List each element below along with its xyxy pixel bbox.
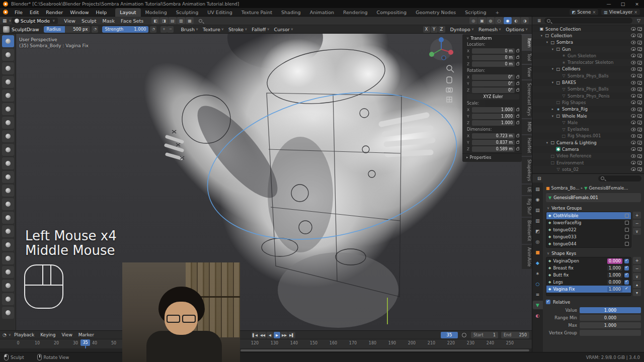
viewport-3d[interactable]: User Perspective (35) Sombra_Body : Vagi… xyxy=(16,34,532,330)
properties-tab-scene[interactable]: ◩ xyxy=(533,227,543,235)
number-field[interactable]: 1.000 xyxy=(472,107,515,113)
timeline-scrollbar[interactable] xyxy=(0,348,532,352)
sculpt-tool-fill[interactable] xyxy=(2,185,14,197)
outliner-row[interactable]: □ Rig Shapes xyxy=(532,99,644,106)
disable-in-render-icon[interactable] xyxy=(637,87,642,91)
breadcrumb-object[interactable]: Sombra_Bo... xyxy=(551,186,580,191)
disable-in-render-icon[interactable] xyxy=(637,147,642,151)
workspace-tab-layout[interactable]: Layout xyxy=(115,8,140,17)
shapekey-row[interactable]: ◆ VaginaOpen 0.000 xyxy=(546,257,631,264)
mask-toggle-icon[interactable]: ▥ xyxy=(177,17,185,24)
hide-in-viewport-icon[interactable] xyxy=(631,161,636,164)
brush-preview-icon[interactable] xyxy=(3,26,10,33)
play-reverse-button[interactable]: ◀ xyxy=(267,332,273,338)
sculpt-tool-grab[interactable] xyxy=(2,239,14,251)
pin-icon[interactable] xyxy=(625,242,629,246)
next-keyframe-button[interactable]: ▶▶ xyxy=(281,332,288,338)
workspace-tab-shading[interactable]: Shading xyxy=(277,8,305,17)
properties-tab-constraints[interactable]: ≡ xyxy=(533,290,543,299)
popover-button[interactable]: Cursor∨ xyxy=(274,27,293,32)
sculpt-tool-inflate[interactable] xyxy=(2,117,14,129)
vertex-group-row[interactable]: ◆ lowerFaceRig xyxy=(546,219,631,226)
lock-icon[interactable] xyxy=(516,50,519,52)
sculpt-tool-snake-hook[interactable] xyxy=(2,266,14,278)
properties-tab-particles[interactable]: ∗ xyxy=(533,269,543,278)
outliner-row[interactable]: ▾ □ Gun xyxy=(532,46,644,52)
shading-wireframe-icon[interactable]: ○ xyxy=(495,17,503,24)
sculpt-tool-thumb[interactable] xyxy=(2,280,14,292)
lock-icon[interactable] xyxy=(516,122,519,124)
workspace-tab-uv-editing[interactable]: UV Editing xyxy=(203,8,237,17)
hide-in-viewport-icon[interactable] xyxy=(631,27,636,31)
radius-slider[interactable]: Radius 500 px xyxy=(44,26,90,33)
brush-name[interactable]: SculptDraw xyxy=(12,27,39,32)
shapekey-value-slider[interactable]: 1.000 xyxy=(580,307,641,313)
disable-in-render-icon[interactable] xyxy=(637,34,642,37)
disable-in-render-icon[interactable] xyxy=(637,54,642,57)
popover-button[interactable]: Texture∨ xyxy=(203,27,224,32)
sculpt-tool-layer[interactable] xyxy=(2,103,14,115)
minimize-button[interactable]: — xyxy=(602,0,616,8)
playhead[interactable]: 35 xyxy=(80,339,90,346)
hide-in-viewport-icon[interactable] xyxy=(631,134,636,138)
outliner-row[interactable]: □ Rig Shapes.001 xyxy=(532,133,644,139)
timeline-menu-item[interactable]: Playback xyxy=(11,332,37,337)
outliner-row[interactable]: ▽ sota_02 xyxy=(532,166,644,172)
hide-in-viewport-icon[interactable] xyxy=(631,67,636,71)
expander-icon[interactable]: ▾ xyxy=(551,114,554,118)
shapekey-mute-checkbox[interactable] xyxy=(624,280,629,285)
vertex-group-specials-button[interactable]: ∨ xyxy=(633,228,641,235)
popover-button[interactable]: Remesh∨ xyxy=(478,27,501,32)
move-shapekey-up-button[interactable]: ▴ xyxy=(633,281,641,288)
play-button[interactable]: ▶ xyxy=(274,332,280,338)
current-frame-field[interactable]: 35 xyxy=(441,332,458,338)
lock-icon[interactable] xyxy=(516,76,519,78)
shapekey-specials-button[interactable]: ∨ xyxy=(633,273,641,280)
expander-icon[interactable]: ▾ xyxy=(540,34,543,38)
vertex-group-row[interactable]: ◆ tongue033 xyxy=(546,233,631,240)
timeline-menu-item[interactable]: View xyxy=(58,332,75,337)
sculpt-tool-multiplane-scrape[interactable] xyxy=(2,212,14,224)
number-field[interactable]: 0 m xyxy=(472,48,515,54)
viewport-canvas[interactable] xyxy=(16,34,532,330)
pin-icon[interactable] xyxy=(625,235,629,239)
mode-dropdown[interactable]: Sculpt Mode ∨ xyxy=(12,18,58,24)
strength-pressure-icon[interactable]: ◔ xyxy=(150,26,156,33)
hide-in-viewport-icon[interactable] xyxy=(631,41,636,44)
shapekey-value-field[interactable]: 1.000 xyxy=(607,287,622,292)
properties-tab-render[interactable]: ◉ xyxy=(533,195,543,204)
npanel-tab-shapekeys[interactable]: Shapekeys xyxy=(522,157,532,184)
jump-to-end-button[interactable]: ▶▌ xyxy=(288,332,295,338)
menubar-item[interactable]: Edit xyxy=(26,8,42,17)
popover-button[interactable]: Stroke∨ xyxy=(228,27,247,32)
outliner-row[interactable]: ▸ ∗ Sombra_Rig xyxy=(532,106,644,113)
vertex-group-row[interactable]: ◆ tongue044 xyxy=(546,240,631,247)
hide-in-viewport-icon[interactable] xyxy=(631,101,636,104)
npanel-tab-view[interactable]: View xyxy=(522,65,532,79)
sculpt-tool-crease[interactable] xyxy=(2,144,14,156)
disable-in-render-icon[interactable] xyxy=(637,121,642,124)
hide-in-viewport-icon[interactable] xyxy=(631,74,636,77)
sculpt-tool-flatten[interactable] xyxy=(2,171,14,183)
disable-in-render-icon[interactable] xyxy=(637,81,642,84)
disable-in-render-icon[interactable] xyxy=(637,61,642,64)
number-field[interactable]: 0° xyxy=(472,81,515,86)
sculpt-tool-blob[interactable] xyxy=(2,130,14,142)
xray-toggle-icon[interactable]: ◍ xyxy=(487,17,495,24)
jump-to-start-button[interactable]: ▌◀ xyxy=(252,332,259,338)
shading-material-icon[interactable]: ◐ xyxy=(512,17,520,24)
npanel-tab-animaide[interactable]: AnimAide xyxy=(522,245,532,269)
number-field[interactable]: 0 m xyxy=(472,55,515,60)
vertex-group-row[interactable]: ◆ ClothVisible xyxy=(546,212,631,219)
disable-in-render-icon[interactable] xyxy=(637,154,642,158)
properties-tab-output[interactable]: ▤ xyxy=(533,206,543,214)
hide-in-viewport-icon[interactable] xyxy=(631,87,636,91)
expander-icon[interactable]: ▾ xyxy=(551,80,554,84)
filter-icon[interactable]: ▽ xyxy=(637,18,640,23)
mask-toggle-icon[interactable]: ◨ xyxy=(160,17,168,24)
editor-type-3d-icon[interactable]: ▦ xyxy=(3,18,7,23)
timeline-ruler[interactable]: 01020304050 1201301401501601701801902002… xyxy=(0,339,532,348)
gizmo-toggle-icon[interactable]: ◎ xyxy=(469,17,477,24)
lock-icon[interactable] xyxy=(516,135,519,137)
sculpt-tool-pinch[interactable] xyxy=(2,225,14,237)
